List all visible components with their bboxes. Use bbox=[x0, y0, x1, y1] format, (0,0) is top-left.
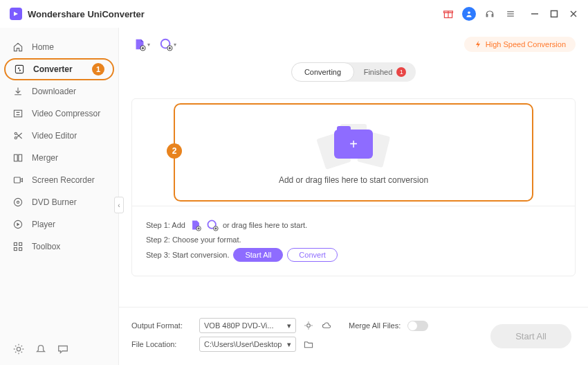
app-title: Wondershare UniConverter bbox=[28, 9, 145, 19]
svg-rect-22 bbox=[19, 242, 22, 245]
disc-icon bbox=[12, 197, 24, 208]
titlebar-left: Wondershare UniConverter bbox=[10, 8, 145, 20]
svg-rect-12 bbox=[14, 110, 21, 117]
merger-icon bbox=[12, 152, 24, 163]
cloud-icon[interactable] bbox=[321, 320, 332, 331]
user-avatar-icon[interactable] bbox=[462, 7, 476, 21]
sidebar-item-converter[interactable]: Converter1 bbox=[4, 58, 114, 80]
sidebar-item-video-compressor[interactable]: Video Compressor bbox=[0, 103, 118, 125]
close-button[interactable] bbox=[569, 9, 578, 19]
toolbar: ▾ ▾ Converting Finished1 High Speed Conv… bbox=[119, 28, 588, 61]
settings-icon[interactable] bbox=[12, 343, 25, 355]
sidebar-item-label: DVD Burner bbox=[32, 197, 77, 207]
drop-panel: 2 + Add or drag files here to start conv… bbox=[131, 98, 576, 276]
step-1: Step 1: Add or drag files here to start. bbox=[146, 219, 561, 231]
output-format-select[interactable]: VOB 480P DVD-Vi...▾ bbox=[199, 318, 296, 333]
add-url-small-icon[interactable] bbox=[206, 219, 219, 231]
svg-point-18 bbox=[14, 198, 21, 206]
callout-badge-2: 2 bbox=[167, 143, 182, 159]
sidebar-item-home[interactable]: Home bbox=[0, 36, 118, 58]
app-logo bbox=[10, 8, 22, 20]
sidebar-item-label: Video Editor bbox=[32, 131, 77, 141]
callout-badge-1: 1 bbox=[92, 63, 104, 75]
svg-point-14 bbox=[15, 137, 17, 139]
folder-illustration: + bbox=[312, 120, 395, 168]
settings-small-icon[interactable] bbox=[303, 320, 314, 331]
titlebar-right bbox=[441, 7, 578, 21]
merge-all-toggle[interactable] bbox=[407, 321, 428, 331]
add-file-small-icon[interactable] bbox=[190, 219, 202, 231]
start-all-button[interactable]: Start All bbox=[490, 324, 571, 348]
add-url-button[interactable]: ▾ bbox=[158, 35, 177, 54]
svg-rect-21 bbox=[14, 242, 17, 245]
convert-button[interactable]: Convert bbox=[287, 248, 338, 262]
sidebar-item-dvd-burner[interactable]: DVD Burner bbox=[0, 191, 118, 213]
tab-converting[interactable]: Converting bbox=[291, 62, 354, 82]
sidebar-item-label: Converter bbox=[33, 64, 73, 74]
sidebar-collapse-handle[interactable]: ‹ bbox=[114, 197, 124, 213]
gift-icon[interactable] bbox=[441, 7, 455, 21]
titlebar: Wondershare UniConverter bbox=[0, 0, 588, 28]
step-3: Step 3: Start conversion. Start All Conv… bbox=[146, 248, 561, 262]
compress-icon bbox=[12, 108, 24, 119]
home-icon bbox=[12, 42, 24, 53]
merge-all-label: Merge All Files: bbox=[349, 321, 401, 330]
grid-icon bbox=[12, 241, 24, 252]
sidebar-item-video-editor[interactable]: Video Editor bbox=[0, 125, 118, 147]
sidebar: HomeConverter1DownloaderVideo Compressor… bbox=[0, 28, 119, 365]
drop-zone[interactable]: 2 + Add or drag files here to start conv… bbox=[174, 103, 533, 202]
add-file-button[interactable]: ▾ bbox=[131, 35, 151, 54]
sidebar-item-label: Screen Recorder bbox=[32, 175, 95, 185]
headset-icon[interactable] bbox=[483, 7, 497, 21]
start-all-small-button[interactable]: Start All bbox=[233, 248, 283, 262]
sidebar-item-label: Home bbox=[32, 42, 54, 52]
sidebar-item-label: Toolbox bbox=[32, 242, 60, 251]
open-folder-icon[interactable] bbox=[303, 339, 314, 350]
sidebar-item-player[interactable]: Player bbox=[0, 213, 118, 235]
sidebar-item-downloader[interactable]: Downloader bbox=[0, 80, 118, 103]
svg-rect-24 bbox=[19, 248, 22, 251]
bell-icon[interactable] bbox=[35, 343, 47, 355]
status-tabs: Converting Finished1 bbox=[291, 62, 416, 82]
svg-point-19 bbox=[17, 201, 19, 203]
svg-rect-15 bbox=[14, 154, 17, 161]
record-icon bbox=[12, 175, 24, 186]
file-location-select[interactable]: C:\Users\User\Desktop▾ bbox=[199, 337, 296, 352]
menu-icon[interactable] bbox=[504, 7, 517, 21]
svg-rect-17 bbox=[14, 177, 20, 183]
sidebar-item-label: Merger bbox=[32, 153, 58, 163]
svg-point-40 bbox=[307, 324, 311, 328]
footer: Output Format: VOB 480P DVD-Vi...▾ Merge… bbox=[119, 307, 588, 365]
svg-point-25 bbox=[17, 347, 20, 350]
converter-icon bbox=[14, 64, 25, 75]
sidebar-item-label: Player bbox=[32, 220, 55, 229]
step-2: Step 2: Choose your format. bbox=[146, 235, 561, 244]
high-speed-conversion-button[interactable]: High Speed Conversion bbox=[464, 37, 576, 52]
sidebar-item-label: Downloader bbox=[32, 87, 76, 96]
plus-icon: + bbox=[349, 136, 358, 152]
feedback-icon[interactable] bbox=[57, 343, 69, 355]
sidebar-item-label: Video Compressor bbox=[32, 109, 100, 118]
svg-rect-23 bbox=[14, 248, 17, 251]
svg-point-3 bbox=[468, 11, 470, 14]
minimize-button[interactable] bbox=[530, 9, 540, 19]
svg-rect-8 bbox=[551, 11, 558, 17]
svg-point-13 bbox=[15, 132, 17, 134]
file-location-label: File Location: bbox=[131, 340, 192, 348]
drop-zone-text: Add or drag files here to start conversi… bbox=[279, 175, 428, 185]
sidebar-item-toolbox[interactable]: Toolbox bbox=[0, 235, 118, 258]
scissors-icon bbox=[12, 130, 24, 141]
maximize-button[interactable] bbox=[549, 9, 559, 19]
tab-finished[interactable]: Finished1 bbox=[354, 62, 416, 82]
download-icon bbox=[12, 86, 24, 97]
output-format-label: Output Format: bbox=[131, 321, 192, 330]
sidebar-item-merger[interactable]: Merger bbox=[0, 147, 118, 169]
steps-panel: Step 1: Add or drag files here to start.… bbox=[132, 206, 575, 276]
sidebar-item-screen-recorder[interactable]: Screen Recorder bbox=[0, 169, 118, 191]
finished-count-badge: 1 bbox=[396, 67, 406, 77]
play-icon bbox=[12, 219, 24, 230]
svg-rect-16 bbox=[19, 154, 22, 161]
svg-rect-11 bbox=[15, 65, 23, 73]
